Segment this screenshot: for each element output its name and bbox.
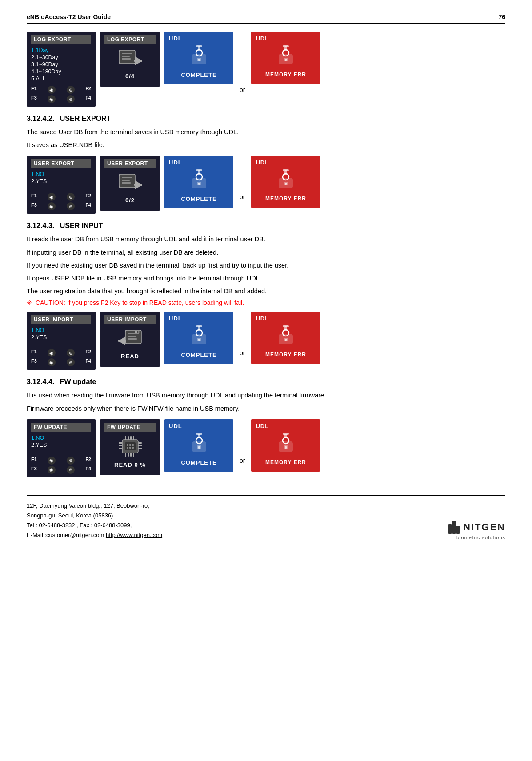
footer-website-link[interactable]: http://www.nitgen.com xyxy=(106,532,162,538)
svg-rect-55 xyxy=(283,325,289,327)
section-3-12-4-3-title: USER INPUT xyxy=(60,222,103,229)
fw-update-action-panel: FW UPDATE xyxy=(100,419,160,475)
svg-rect-77 xyxy=(133,453,134,457)
section-3-12-4-4-heading: 3.12.4.4. FW update xyxy=(27,378,505,386)
user-input-action-title: USER IMPORT xyxy=(104,315,156,324)
svg-rect-29 xyxy=(196,169,202,171)
fw-update-memerr-panel: UDL MEMORY ERR xyxy=(251,419,320,472)
user-input-action-panel: USER IMPORT READ xyxy=(100,312,160,367)
svg-rect-21 xyxy=(122,182,131,184)
user-input-panel-title: USER IMPORT xyxy=(31,315,91,324)
fw-update-menu-items: 1.NO 2.YES xyxy=(31,434,91,449)
fw-update-action-icon xyxy=(119,436,142,458)
log-export-memerr-title: UDL xyxy=(256,35,269,42)
fw-update-footer-row2: F3 ◉ ⊕ F4 xyxy=(31,466,91,474)
svg-rect-3 xyxy=(122,58,131,60)
svg-rect-59 xyxy=(129,444,131,446)
log-export-udl-status: COMPLETE xyxy=(181,72,216,81)
user-export-or-label: or xyxy=(238,193,247,214)
user-input-memerr-icon xyxy=(274,324,298,348)
user-input-udl-title: UDL xyxy=(169,315,182,322)
log-export-udl-panel: UDL COMPLETE xyxy=(164,32,233,84)
fw-update-udl-panel: UDL COMPLETE xyxy=(164,419,233,472)
user-export-udl-panel: UDL COMPLETE xyxy=(164,156,233,208)
section-3-12-4-2-heading: 3.12.4.2. USER EXPORT xyxy=(27,115,505,123)
svg-rect-17 xyxy=(283,45,289,47)
user-export-menu-panel: USER EXPORT 1.NO 2.YES F1 ◉ ⊕ F2 F3 ◉ ⊕ … xyxy=(27,156,96,214)
log-export-memerr-status: MEMORY ERR xyxy=(265,72,306,80)
log-export-menu-items: 1.1Day 2.1~30Day 3.1~90Day 4.1~180Day 5.… xyxy=(31,47,91,82)
section-3-12-4-2-num: 3.12.4.2. xyxy=(27,115,54,122)
svg-rect-53 xyxy=(285,339,287,341)
key-btn-plus1[interactable]: ⊕ xyxy=(67,86,75,94)
fw-update-action-title: FW UPDATE xyxy=(104,423,156,432)
caution-symbol: ※ xyxy=(27,299,32,306)
user-export-menu-item-2: 2.YES xyxy=(31,178,91,185)
svg-rect-67 xyxy=(138,442,142,444)
nitgen-logo: NITGEN biometric solutions xyxy=(448,521,505,540)
svg-rect-81 xyxy=(198,446,200,449)
user-export-memerr-title: UDL xyxy=(256,159,269,166)
section-3-12-4-2-title: USER EXPORT xyxy=(60,115,111,122)
key-btn-plus2[interactable]: ⊕ xyxy=(67,95,75,103)
log-export-action-title: LOG EXPORT xyxy=(104,35,156,44)
log-export-menu-item-1: 1.1Day xyxy=(31,47,91,54)
svg-rect-75 xyxy=(128,453,129,457)
log-export-action-label: 0/4 xyxy=(125,73,135,83)
svg-rect-41 xyxy=(118,340,126,342)
section-3-12-4-3-body-4: It opens USER.NDB file in USB memory and… xyxy=(27,273,505,284)
log-export-menu-item-3: 3.1~90Day xyxy=(31,61,91,68)
log-export-menu-item-5: 5.ALL xyxy=(31,75,91,82)
user-export-panels-row: USER EXPORT 1.NO 2.YES F1 ◉ ⊕ F2 F3 ◉ ⊕ … xyxy=(27,156,505,214)
svg-rect-15 xyxy=(285,59,287,61)
svg-rect-38 xyxy=(128,336,136,337)
user-export-udl-title: UDL xyxy=(169,159,182,166)
svg-rect-72 xyxy=(130,436,132,440)
nitgen-subtext: biometric solutions xyxy=(456,535,505,540)
svg-rect-39 xyxy=(128,338,137,340)
footer-address-line-3: Tel : 02-6488-3232 , Fax : 02-6488-3099, xyxy=(27,521,162,530)
nitgen-logo-mark: NITGEN xyxy=(448,521,505,534)
svg-rect-33 xyxy=(285,183,287,185)
user-export-footer-row2: F3 ◉ ⊕ F4 xyxy=(31,202,91,210)
fw-update-memerr-icon xyxy=(274,432,298,456)
key-btn-circle2[interactable]: ◉ xyxy=(48,95,56,103)
fw-update-panels-row: FW UPDATE 1.NO 2.YES F1 ◉ ⊕ F2 F3 ◉ ⊕ F4… xyxy=(27,419,505,477)
user-input-or-label: or xyxy=(238,349,247,370)
f2-label: F2 xyxy=(85,86,91,94)
nitgen-bar-3 xyxy=(456,526,460,534)
log-export-panel-title: LOG EXPORT xyxy=(31,35,91,44)
section-3-12-4-3-body-2: If inputting user DB in the terminal, al… xyxy=(27,248,505,258)
fw-update-menu-item-1: 1.NO xyxy=(31,434,91,441)
svg-rect-62 xyxy=(129,447,131,449)
f4-label: F4 xyxy=(85,95,91,103)
svg-rect-64 xyxy=(119,442,122,444)
log-export-action-icon xyxy=(118,48,142,69)
svg-rect-89 xyxy=(283,433,289,435)
fw-update-panel-title: FW UPDATE xyxy=(31,423,91,432)
user-export-footer-row1: F1 ◉ ⊕ F2 xyxy=(31,193,91,201)
svg-rect-60 xyxy=(132,444,134,446)
nitgen-icon-bars xyxy=(448,521,460,534)
user-export-action-icon xyxy=(118,172,142,193)
user-export-action-label: 0/2 xyxy=(125,197,135,207)
svg-point-43 xyxy=(138,331,140,333)
key-btn-circle1[interactable]: ◉ xyxy=(48,86,56,94)
svg-rect-37 xyxy=(128,333,139,334)
section-3-12-4-3-heading: 3.12.4.3. USER INPUT xyxy=(27,222,505,230)
log-export-udl-icon xyxy=(187,44,211,68)
nitgen-bar-2 xyxy=(452,521,456,534)
fw-update-action-label: READ 0 % xyxy=(114,461,146,472)
log-export-udl-title: UDL xyxy=(169,35,182,42)
user-input-memerr-title: UDL xyxy=(256,315,269,322)
user-input-footer-row2: F3 ◉ ⊕ F4 xyxy=(31,358,91,366)
user-input-udl-icon xyxy=(187,324,211,348)
user-input-menu-item-1: 1.NO xyxy=(31,327,91,334)
fw-update-menu-item-2: 2.YES xyxy=(31,441,91,449)
svg-rect-83 xyxy=(196,433,202,435)
user-export-menu-items: 1.NO 2.YES xyxy=(31,171,91,185)
svg-rect-73 xyxy=(133,436,134,440)
user-input-menu-item-2: 2.YES xyxy=(31,334,91,341)
section-3-12-4-3-body-1: It reads the user DB from USB memory thr… xyxy=(27,234,505,244)
section-3-12-4-4-num: 3.12.4.4. xyxy=(27,378,54,385)
